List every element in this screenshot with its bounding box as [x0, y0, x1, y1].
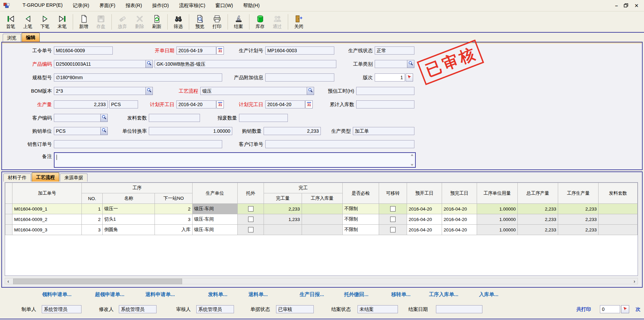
field-product_code-lookup-button[interactable] — [145, 60, 153, 68]
detail-tab-materials[interactable]: 材料子件 — [3, 173, 31, 182]
grid-cell-processing_no[interactable]: M01604-0009_3 — [12, 225, 82, 235]
grid-cell-issue_sets[interactable] — [599, 214, 638, 225]
field-production_qty-input[interactable]: 2,233 — [54, 100, 108, 108]
grid-cell-finish_qty[interactable] — [264, 225, 302, 235]
outsourced-checkbox[interactable] — [248, 227, 253, 232]
menu-item-interface[interactable]: 界面(F) — [94, 1, 121, 10]
grid-cell-in_store_qty[interactable] — [302, 214, 342, 225]
outsourced-checkbox[interactable] — [248, 217, 253, 222]
grid-cell-no[interactable]: 1 — [82, 204, 103, 214]
grid-cell-unit[interactable]: 锻压-车间 — [192, 204, 237, 214]
grid-cell-name[interactable]: 倒圆角 — [102, 225, 155, 235]
detail-tab-source[interactable]: 来源单据 — [60, 173, 88, 182]
link-instore-doc[interactable]: 入库单... — [479, 291, 499, 298]
grid-cell-process_output[interactable]: 2,233 — [558, 225, 599, 235]
row-selector-cell[interactable] — [5, 225, 12, 235]
menu-item-operation[interactable]: 操作(O) — [147, 1, 174, 10]
grid-cell-pre_finish[interactable]: 2016-04-20 — [442, 204, 477, 214]
link-return-doc[interactable]: 退料单... — [248, 291, 268, 298]
grid-cell-pre_start[interactable]: 2016-04-20 — [407, 214, 442, 225]
field-customer_order_no-input[interactable] — [265, 140, 414, 148]
toolbar-button-first[interactable]: 首笔 — [2, 12, 19, 31]
outsourced-checkbox[interactable] — [248, 206, 253, 212]
footer-print-count-drill-button[interactable] — [621, 305, 629, 313]
menu-item-help[interactable]: 帮助(H) — [238, 1, 265, 10]
row-selector-cell[interactable] — [5, 204, 12, 214]
toolbar-button-filter[interactable]: 筛选 — [170, 12, 187, 31]
grid-cell-unit_usage[interactable]: 1.00000 — [477, 214, 517, 225]
grid-cell-pre_start[interactable]: 2016-04-20 — [407, 225, 442, 235]
grid-cell-unit_usage[interactable]: 1.00000 — [477, 225, 517, 235]
footer-modifier-input[interactable]: 系统管理员 — [119, 305, 157, 313]
footer-doc_status-input[interactable]: 已审核 — [276, 305, 314, 313]
grid-cell-next_station[interactable]: 2 — [155, 204, 192, 214]
scroll-down-icon[interactable] — [411, 164, 413, 166]
transferable-checkbox[interactable] — [390, 217, 396, 222]
grid-cell-processing_no[interactable]: M01604-0009_1 — [12, 204, 82, 214]
grid-cell-transferable[interactable] — [379, 204, 407, 214]
toolbar-button-preview[interactable]: 预览 — [191, 12, 208, 31]
grid-cell-outsourced[interactable] — [237, 225, 264, 235]
grid-cell-issue_sets[interactable] — [599, 204, 638, 214]
grid-cell-total_output[interactable]: 2,233 — [518, 214, 558, 225]
toolbar-button-prev[interactable]: 上笔 — [19, 12, 36, 31]
grid-cell-in_store_qty[interactable] — [302, 204, 342, 214]
grid-cell-issue_sets[interactable] — [599, 225, 638, 235]
field-version-input[interactable]: 1 — [375, 73, 405, 82]
link-outsource-return[interactable]: 托外缴回... — [344, 291, 369, 298]
field-bom_version-input[interactable]: 2*3 — [54, 87, 153, 95]
field-est_hours-input[interactable] — [356, 87, 414, 95]
close-icon[interactable]: ✕ — [634, 3, 639, 8]
link-daily-report[interactable]: 生产日报... — [300, 291, 324, 298]
tab-edit[interactable]: 编辑 — [22, 33, 40, 42]
transferable-checkbox[interactable] — [390, 227, 396, 232]
menu-item-record[interactable]: 记录(R) — [68, 1, 94, 10]
grid-horizontal-scrollbar[interactable]: ‹ › — [5, 278, 638, 284]
grid-cell-pre_start[interactable]: 2016-04-20 — [407, 204, 442, 214]
field-product_name-input[interactable]: GK-100WB散热器-锻压 — [155, 60, 336, 68]
grid-cell-unit[interactable]: 锻压-车间 — [192, 214, 237, 225]
grid-cell-unit_usage[interactable]: 1.00000 — [477, 204, 517, 214]
grid-cell-no[interactable]: 3 — [82, 225, 103, 235]
toolbar-button-close-case[interactable]: 结案 — [230, 12, 247, 31]
grid-cell-total_output[interactable]: 2,233 — [518, 225, 558, 235]
grid-cell-pre_finish[interactable]: 2016-04-20 — [442, 214, 477, 225]
grid-cell-next_station[interactable]: 3 — [155, 214, 192, 225]
grid-cell-next_station[interactable]: 入库 — [155, 225, 192, 235]
toolbar-button-new[interactable]: 新增 — [75, 12, 92, 31]
tab-browse[interactable]: 浏览 — [3, 34, 21, 42]
toolbar-button-last[interactable]: 末笔 — [54, 12, 71, 31]
menu-item-report[interactable]: 报表(R) — [121, 1, 147, 10]
grid-cell-process_output[interactable]: 2,233 — [558, 214, 599, 225]
footer-print-count-input[interactable]: 0 — [600, 305, 620, 313]
link-material-request[interactable]: 领料申请单... — [42, 291, 72, 298]
menu-item-window[interactable]: 窗口(W) — [210, 1, 238, 10]
toolbar-button-refresh[interactable]: 刷新 — [148, 12, 165, 31]
scroll-right-icon[interactable]: › — [631, 278, 638, 284]
grid-cell-transferable[interactable] — [379, 225, 407, 235]
row-selector-cell[interactable] — [5, 214, 12, 225]
grid-cell-finish_qty[interactable]: 2,233 — [264, 204, 302, 214]
grid-cell-must_inspect[interactable]: 不限制 — [342, 214, 379, 225]
field-spec_model-input[interactable]: ∅180*80mm — [54, 73, 222, 82]
field-version-drill-button[interactable] — [406, 73, 413, 82]
footer-close_date-input[interactable] — [436, 305, 482, 313]
field-remark-input[interactable] — [54, 152, 416, 168]
footer-auditor-input[interactable]: 系统管理员 — [196, 305, 234, 313]
grid-cell-no[interactable]: 2 — [82, 214, 103, 225]
toolbar-button-close[interactable]: 关闭 — [290, 12, 307, 31]
grid-cell-in_store_qty[interactable] — [302, 225, 342, 235]
link-issue-doc[interactable]: 发料单... — [208, 291, 228, 298]
grid-cell-outsourced[interactable] — [237, 214, 264, 225]
scroll-left-icon[interactable]: ‹ — [5, 278, 11, 284]
field-line_status-input[interactable]: 正常 — [375, 46, 414, 55]
menu-item-erp[interactable]: T-GROUP ERP(E) — [18, 1, 68, 10]
link-return-request[interactable]: 退料申请单... — [145, 291, 175, 298]
field-total_in_store-input[interactable] — [356, 100, 414, 108]
grid-cell-name[interactable]: 切头1 — [102, 214, 155, 225]
link-transfer-doc[interactable]: 移转单... — [391, 291, 411, 298]
toolbar-button-next[interactable]: 下笔 — [36, 12, 54, 31]
field-work_order_no-input[interactable]: M01604-0009 — [54, 46, 113, 55]
link-over-issue-request[interactable]: 超领申请单... — [95, 291, 125, 298]
scroll-up-icon[interactable] — [411, 154, 413, 156]
